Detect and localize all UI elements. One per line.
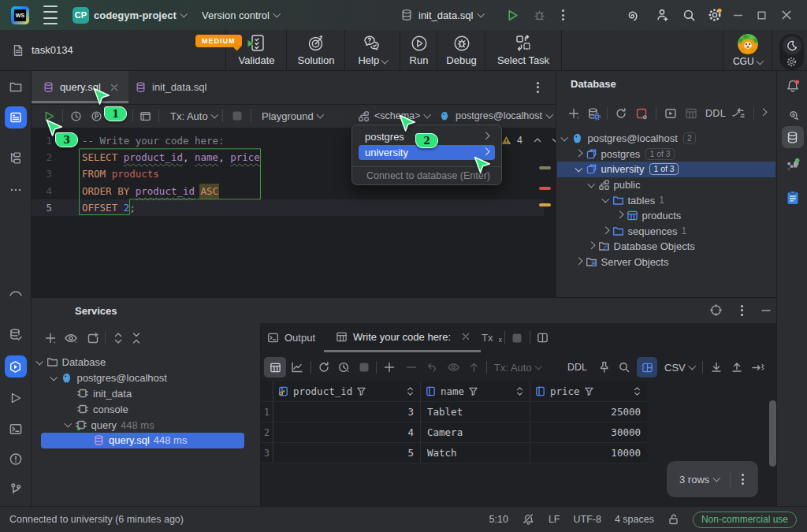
filter-icon[interactable] [468,386,478,396]
codegym-tasks-tool-button[interactable] [785,190,800,206]
profile-selector[interactable]: Playground [262,104,322,128]
close-button[interactable] [781,0,792,30]
run-button[interactable] [506,0,519,30]
task-description-tool-button[interactable] [5,106,27,128]
main-menu-button[interactable] [43,0,58,30]
grid-layout-button[interactable] [637,357,657,378]
line-ending-widget[interactable]: LF [549,514,560,525]
version-control-tool-button[interactable] [9,482,22,496]
column-header-product-id[interactable]: product_id [273,381,421,401]
table-row[interactable]: 3 5 Watch 10000 [261,443,647,463]
run-task-button[interactable]: Run [400,30,437,70]
user-account-button[interactable]: CGU [723,30,772,70]
service-item-query-sql[interactable]: query.sql 448 ms [32,433,260,448]
close-icon[interactable] [461,332,470,341]
in-editor-results-toggle[interactable] [139,104,151,128]
stop-query-button[interactable] [511,323,523,352]
cell-name[interactable]: Tablet [421,402,530,422]
stop-button[interactable] [232,104,243,128]
datasource-properties-button[interactable] [587,101,601,126]
status-message[interactable]: Connected to university (6 minutes ago) [9,514,184,525]
add-service-button[interactable] [44,323,57,353]
tree-item-database-objects[interactable]: Database Objects [556,239,776,255]
open-in-new-tab-button[interactable] [87,323,99,353]
cell-name[interactable]: Camera [421,422,530,442]
inspections-widget[interactable]: 4 [501,135,560,146]
theme-toggle-button[interactable] [783,36,801,55]
jump-to-editor-button[interactable] [731,101,746,126]
minimize-button[interactable] [733,0,743,30]
indent-widget[interactable]: 4 spaces [615,514,654,525]
unlocked-icon[interactable] [668,513,679,526]
stripe-mark-warning2[interactable] [539,203,551,206]
disconnect-button[interactable] [635,101,649,126]
kebab-icon[interactable] [740,303,743,318]
services-tool-button[interactable] [5,355,27,378]
query-history-button[interactable] [70,104,82,128]
plugins-tool-button[interactable] [785,157,800,172]
ai-assistant-button[interactable] [624,0,639,30]
license-badge[interactable]: Non-commercial use [693,512,797,528]
more-tool-windows-button[interactable] [9,184,22,196]
add-row-button[interactable] [383,353,396,381]
tree-item-sequences[interactable]: sequences 1 [556,224,776,240]
solution-button[interactable]: Solution [286,30,345,70]
collapse-all-button[interactable] [131,323,142,353]
hide-panel-icon[interactable] [761,305,772,316]
find-in-grid-button[interactable] [618,353,630,381]
pin-tab-button[interactable] [598,353,610,381]
sort-icon[interactable] [634,386,641,396]
export-format-selector[interactable]: CSV [664,353,694,381]
terminal-tool-button[interactable] [9,422,22,436]
structure-tool-button[interactable] [9,151,22,165]
run-config-widget[interactable]: init_data.sql [400,0,484,30]
service-item-database[interactable]: Database [32,355,260,370]
add-datasource-button[interactable] [567,101,580,126]
auto-refresh-button[interactable] [337,353,350,381]
sort-icon[interactable] [516,386,523,396]
notifications-muted-icon[interactable] [522,513,535,526]
results-scrollbar[interactable] [769,400,776,467]
tree-item-postgres[interactable]: postgres 1 of 3 [556,147,776,162]
filter-icon[interactable] [356,386,366,396]
reload-data-button[interactable] [318,353,330,381]
tab-query-sql[interactable]: query.sql [32,71,128,103]
stripe-mark-error[interactable] [539,187,551,190]
preview-changes-button[interactable] [447,353,461,381]
tab-options-button[interactable] [536,71,539,103]
problems-tool-button[interactable] [9,452,22,466]
grid-ddl-button[interactable]: DDL [567,353,587,381]
settings-button[interactable] [707,0,723,30]
revert-button[interactable] [426,353,439,381]
filter-icon[interactable] [584,386,594,396]
cell-product-id[interactable]: 3 [273,402,421,422]
tree-item-server-objects[interactable]: Server Objects [556,255,776,270]
run-tool-button[interactable] [9,392,22,404]
column-header-name[interactable]: name [421,381,530,401]
prev-problem-icon[interactable] [533,136,542,145]
project-tool-button[interactable] [9,80,22,94]
maximize-button[interactable] [757,0,767,30]
tab-output[interactable]: Output [267,323,315,352]
stop-refresh-button[interactable] [359,353,370,381]
view-options-button[interactable] [64,323,78,353]
code-with-me-button[interactable] [655,0,671,30]
target-icon[interactable] [709,303,723,317]
select-task-button[interactable]: Select Task [485,30,562,70]
debug-task-button[interactable]: Debug [437,30,485,70]
cell-product-id[interactable]: 4 [273,422,421,442]
service-item-init-data[interactable]: init_data [32,386,260,402]
table-row[interactable]: 1 3 Tablet 25000 [261,402,647,422]
expand-all-button[interactable] [113,323,124,353]
debug-button[interactable] [533,0,546,30]
column-header-price[interactable]: price [530,381,647,401]
edit-query-button[interactable] [751,353,765,381]
tree-item-public[interactable]: public [556,177,776,193]
caret-position-widget[interactable]: 5:10 [489,514,508,525]
tree-item-tables[interactable]: tables 1 [556,192,776,208]
split-layout-button[interactable] [537,323,549,352]
cell-price[interactable]: 30000 [530,422,647,442]
cell-name[interactable]: Watch [421,443,530,463]
cell-product-id[interactable]: 5 [273,443,421,463]
search-everywhere-button[interactable] [682,0,697,30]
